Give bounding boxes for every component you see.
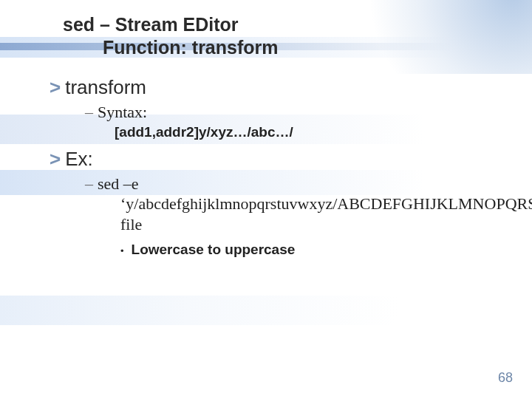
bullet-level-1: >Ex: <box>50 148 502 171</box>
dash-icon: – <box>85 103 98 121</box>
bullet-level-3: •Lowercase to uppercase <box>120 242 502 258</box>
example-note: Lowercase to uppercase <box>132 242 296 257</box>
syntax-code: [add1,addr2]y/xyz…/abc…/ <box>115 123 502 142</box>
bullet-icon: • <box>120 245 132 256</box>
dash-icon: – <box>85 174 98 193</box>
title-line-2: Function: transform <box>63 36 502 59</box>
slide: sed – Stream EDitor Function: transform … <box>0 0 532 399</box>
chevron-icon: > <box>50 76 65 98</box>
syntax-label: Syntax: <box>98 103 147 121</box>
chevron-icon: > <box>50 148 65 170</box>
title-line-1: sed – Stream EDitor <box>63 13 502 36</box>
bullet-level-1: >transform <box>50 76 502 99</box>
slide-title: sed – Stream EDitor Function: transform <box>63 13 502 60</box>
decor-band <box>0 296 532 325</box>
example-command: ‘y/abcdefghijklmnopqrstuvwxyz/ABCDEFGHIJ… <box>120 194 502 234</box>
slide-content: sed – Stream EDitor Function: transform … <box>0 0 532 258</box>
bullet-level-2: –sed –e ‘y/abcdefghijklmnopqrstuvwxyz/AB… <box>85 174 502 235</box>
example-label: sed –e <box>98 174 139 193</box>
page-number: 68 <box>498 370 513 386</box>
bullet-level-2: –Syntax: <box>85 102 502 123</box>
section-heading: transform <box>65 76 146 98</box>
section-heading: Ex: <box>65 148 93 170</box>
